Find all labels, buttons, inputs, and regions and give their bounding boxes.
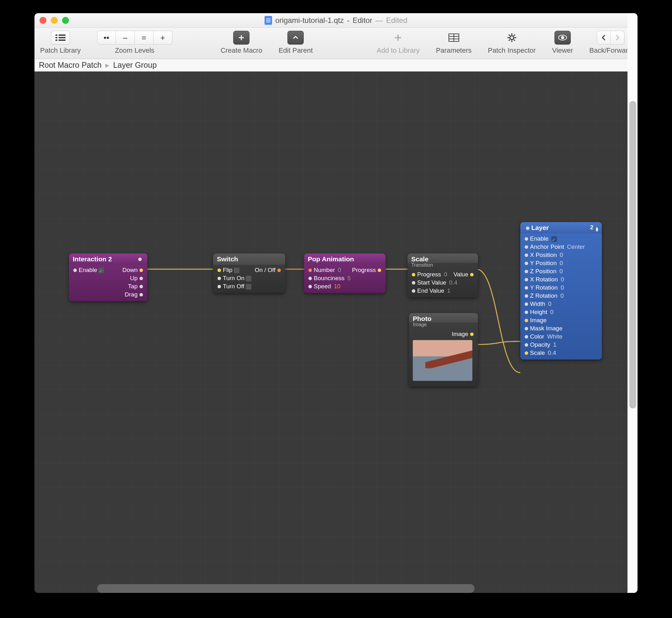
port-in[interactable] bbox=[412, 281, 415, 285]
zoom-levels-label: Zoom Levels bbox=[115, 46, 154, 55]
document-icon bbox=[265, 16, 272, 25]
breadcrumb-current[interactable]: Layer Group bbox=[113, 61, 157, 70]
checkbox-icon[interactable] bbox=[246, 276, 251, 281]
checkbox-icon[interactable] bbox=[99, 268, 104, 273]
node-title: Scale bbox=[411, 255, 428, 263]
port-out[interactable] bbox=[378, 269, 381, 272]
port-out[interactable] bbox=[277, 269, 281, 272]
plus-icon bbox=[393, 33, 403, 42]
svg-point-20 bbox=[561, 36, 564, 39]
patch-inspector-button[interactable] bbox=[507, 31, 517, 44]
close-icon[interactable] bbox=[39, 17, 46, 24]
breadcrumb-root[interactable]: Root Macro Patch bbox=[39, 61, 102, 70]
port-in[interactable] bbox=[525, 319, 528, 322]
viewer-button[interactable] bbox=[554, 31, 571, 44]
node-subtitle: Image bbox=[409, 322, 478, 329]
add-to-library-button[interactable] bbox=[393, 31, 403, 44]
port-in[interactable] bbox=[525, 262, 528, 265]
patch-library-label: Patch Library bbox=[40, 46, 81, 55]
port-in[interactable] bbox=[525, 245, 528, 249]
port-out[interactable] bbox=[139, 285, 143, 288]
zoom-icon[interactable] bbox=[62, 17, 69, 24]
node-title: Switch bbox=[217, 255, 238, 263]
edit-parent-button[interactable] bbox=[287, 31, 304, 44]
list-icon bbox=[55, 34, 65, 41]
port-in[interactable] bbox=[525, 311, 528, 314]
port-in[interactable] bbox=[525, 351, 528, 355]
node-title: Layer bbox=[531, 224, 549, 231]
node-title: Interaction 2 bbox=[73, 255, 112, 263]
node-photo[interactable]: Photo Image Image bbox=[409, 313, 478, 387]
checkbox-icon[interactable] bbox=[551, 236, 557, 242]
port-in[interactable] bbox=[218, 277, 221, 280]
zoom-fit-button[interactable]: •• bbox=[97, 31, 116, 44]
edited-indicator: Edited bbox=[386, 16, 407, 25]
traffic-lights bbox=[39, 17, 69, 24]
svg-line-17 bbox=[509, 39, 510, 41]
checkbox-icon[interactable] bbox=[246, 284, 251, 290]
svg-line-15 bbox=[509, 34, 510, 36]
zoom-actual-button[interactable]: = bbox=[135, 31, 154, 44]
port-in[interactable] bbox=[525, 253, 528, 257]
patch-library-button[interactable] bbox=[51, 31, 70, 44]
checkbox-icon[interactable] bbox=[234, 268, 240, 273]
port-in[interactable] bbox=[525, 286, 528, 290]
viewer-label: Viewer bbox=[552, 46, 573, 55]
node-scale[interactable]: Scale Transition Progress 0 Value Start … bbox=[407, 253, 478, 297]
chevron-up-icon bbox=[292, 34, 299, 41]
back-button[interactable] bbox=[597, 31, 611, 44]
port-in[interactable] bbox=[525, 335, 528, 338]
port-out[interactable] bbox=[470, 332, 474, 336]
image-preview bbox=[413, 340, 473, 381]
port-in[interactable] bbox=[308, 277, 312, 280]
stepper-icon[interactable]: ▴▾ bbox=[596, 226, 598, 231]
svg-rect-0 bbox=[55, 34, 57, 36]
port-out[interactable] bbox=[139, 269, 143, 272]
parameters-button[interactable] bbox=[448, 31, 459, 44]
node-layer[interactable]: Layer 2▴▾ Enable Anchor Point Center X P… bbox=[520, 222, 602, 359]
patch-inspector-label: Patch Inspector bbox=[488, 46, 536, 55]
port-in[interactable] bbox=[525, 302, 528, 306]
chevron-right-icon: ▸ bbox=[105, 61, 109, 70]
port-in[interactable] bbox=[412, 289, 415, 293]
add-to-library-label: Add to Library bbox=[377, 46, 420, 55]
port-out[interactable] bbox=[139, 293, 143, 296]
window-title: origami-tutorial-1.qtz - Editor — Edited bbox=[34, 16, 638, 25]
node-switch[interactable]: Switch Flip On / Off Turn On Turn Off bbox=[213, 253, 285, 293]
port-in[interactable] bbox=[218, 285, 221, 288]
port-out[interactable] bbox=[139, 277, 143, 280]
port-in[interactable] bbox=[526, 226, 529, 230]
port-out[interactable] bbox=[138, 258, 142, 261]
port-in[interactable] bbox=[525, 270, 528, 273]
create-macro-button[interactable] bbox=[233, 31, 250, 44]
eye-icon bbox=[558, 34, 567, 41]
edit-parent-label: Edit Parent bbox=[279, 46, 313, 55]
gear-icon bbox=[507, 33, 517, 43]
app-name: Editor bbox=[353, 16, 372, 25]
vertical-scrollbar[interactable] bbox=[629, 101, 636, 408]
port-in[interactable] bbox=[525, 237, 528, 241]
port-in[interactable] bbox=[525, 327, 528, 330]
forward-button[interactable] bbox=[611, 31, 624, 44]
port-in[interactable] bbox=[308, 269, 312, 272]
node-pop-animation[interactable]: Pop Animation Number 0 Progress Bouncine… bbox=[304, 253, 386, 293]
editor-window: origami-tutorial-1.qtz - Editor — Edited… bbox=[34, 13, 638, 593]
port-in[interactable] bbox=[218, 269, 221, 272]
minimize-icon[interactable] bbox=[51, 17, 58, 24]
layer-index[interactable]: 2▴▾ bbox=[590, 224, 598, 231]
port-out[interactable] bbox=[470, 273, 474, 276]
horizontal-scrollbar[interactable] bbox=[97, 584, 475, 593]
zoom-in-button[interactable]: + bbox=[154, 31, 172, 44]
zoom-out-button[interactable]: – bbox=[116, 31, 135, 44]
patch-canvas[interactable]: Interaction 2 Enable Down Up Tap Drag Sw… bbox=[34, 72, 638, 593]
back-forward-label: Back/Forward bbox=[589, 46, 632, 55]
node-title: Pop Animation bbox=[308, 255, 354, 263]
port-in[interactable] bbox=[525, 278, 528, 281]
port-in[interactable] bbox=[525, 343, 528, 347]
back-forward-segmented bbox=[597, 31, 624, 44]
port-in[interactable] bbox=[525, 294, 528, 298]
port-in[interactable] bbox=[412, 273, 415, 276]
port-in[interactable] bbox=[73, 269, 77, 272]
port-in[interactable] bbox=[308, 285, 312, 288]
node-interaction[interactable]: Interaction 2 Enable Down Up Tap Drag bbox=[69, 253, 147, 301]
